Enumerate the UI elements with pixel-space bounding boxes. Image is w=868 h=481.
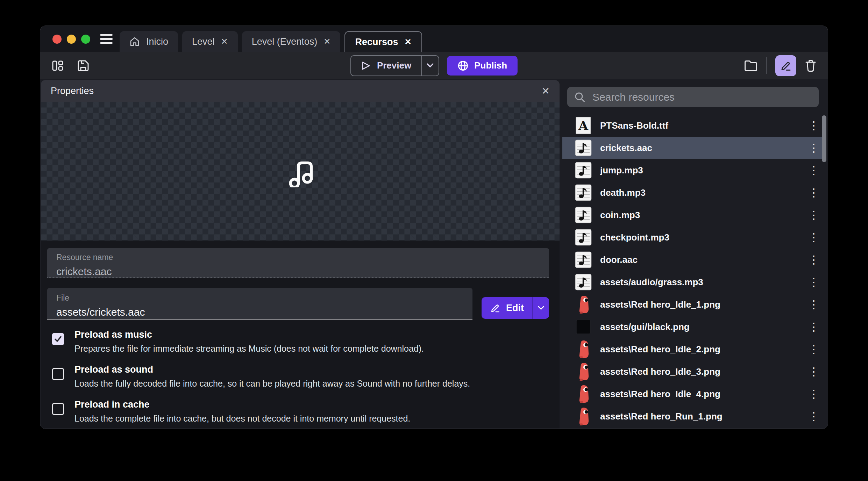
chevron-down-icon xyxy=(427,63,434,68)
option-description: Loads the fully decoded file into cache,… xyxy=(74,379,549,389)
option-title: Preload as music xyxy=(74,329,549,340)
kebab-menu-icon[interactable]: ⋮ xyxy=(808,141,816,155)
preview-button-label: Preview xyxy=(377,60,411,71)
tab-level[interactable]: Level ✕ xyxy=(182,31,238,52)
edit-mode-button[interactable] xyxy=(775,55,796,76)
audio-file-icon xyxy=(575,162,592,179)
resource-name: assets/gui/black.png xyxy=(600,322,800,332)
resource-row-crickets-aac[interactable]: crickets.aac ⋮ xyxy=(562,137,824,159)
kebab-menu-icon[interactable]: ⋮ xyxy=(808,164,816,177)
file-field[interactable]: File assets/crickets.aac xyxy=(47,288,472,320)
option-title: Preload as sound xyxy=(74,364,549,375)
audio-file-icon xyxy=(575,251,592,268)
globe-icon xyxy=(457,60,469,71)
search-box[interactable] xyxy=(567,87,819,107)
resource-row-assets-audio-grass-mp3[interactable]: assets/audio/grass.mp3 ⋮ xyxy=(562,271,824,293)
kebab-menu-icon[interactable]: ⋮ xyxy=(808,387,816,401)
kebab-menu-icon[interactable]: ⋮ xyxy=(808,231,816,244)
resource-name-value: crickets.aac xyxy=(56,266,540,278)
tab-close-icon[interactable]: ✕ xyxy=(323,37,330,46)
kebab-menu-icon[interactable]: ⋮ xyxy=(808,186,816,199)
properties-close-icon[interactable]: ✕ xyxy=(542,85,550,97)
option-preload-in-cache: Preload in cache Loads the complete file… xyxy=(52,398,549,424)
tab-label: Level (Eventos) xyxy=(252,36,318,47)
resource-row-assets-red-hero-idle-1-png[interactable]: assets\Red hero_Idle_1.png ⋮ xyxy=(562,293,824,316)
audio-file-icon xyxy=(575,206,592,224)
open-folder-button[interactable] xyxy=(744,60,758,72)
tab-close-icon[interactable]: ✕ xyxy=(404,38,411,46)
panels-layout-button[interactable] xyxy=(51,59,64,72)
hero-file-icon xyxy=(575,407,592,425)
audio-file-icon xyxy=(575,229,592,246)
resource-row-coin-mp3[interactable]: coin.mp3 ⋮ xyxy=(562,204,824,226)
resource-row-assets-red-hero-idle-2-png[interactable]: assets\Red hero_Idle_2.png ⋮ xyxy=(562,338,824,360)
preview-options-dropdown[interactable] xyxy=(422,56,439,76)
resource-row-assets-red-hero-idle-3-png[interactable]: assets\Red hero_Idle_3.png ⋮ xyxy=(562,360,824,383)
preload-options: Preload as music Prepares the file for i… xyxy=(47,328,549,424)
minimize-window-button[interactable] xyxy=(67,35,76,44)
resource-name: jump.mp3 xyxy=(600,165,800,176)
tab-level-eventos[interactable]: Level (Eventos) ✕ xyxy=(242,31,341,52)
window-controls xyxy=(40,26,90,52)
tab-recursos[interactable]: Recursos ✕ xyxy=(344,31,422,52)
properties-title: Properties xyxy=(51,86,94,96)
tab-label: Level xyxy=(192,36,215,47)
resource-name-field: Resource name crickets.aac xyxy=(47,248,549,278)
checkbox[interactable] xyxy=(52,333,64,345)
folder-icon xyxy=(744,60,758,72)
svg-text:A: A xyxy=(578,118,589,133)
kebab-menu-icon[interactable]: ⋮ xyxy=(808,298,816,311)
resource-row-death-mp3[interactable]: death.mp3 ⋮ xyxy=(562,181,824,204)
resource-row-ptsans-bold-ttf[interactable]: A PTSans-Bold.ttf ⋮ xyxy=(562,114,824,137)
kebab-menu-icon[interactable]: ⋮ xyxy=(808,253,816,266)
kebab-menu-icon[interactable]: ⋮ xyxy=(808,208,816,222)
delete-button[interactable] xyxy=(805,59,817,72)
option-description: Prepares the file for immediate streamin… xyxy=(74,344,549,354)
save-button[interactable] xyxy=(77,59,90,72)
resource-name-label: Resource name xyxy=(56,253,540,262)
search-input[interactable] xyxy=(592,91,812,103)
edit-options-dropdown[interactable] xyxy=(533,297,549,319)
audio-file-icon xyxy=(575,228,592,246)
black-file-icon xyxy=(575,318,592,336)
play-icon xyxy=(361,61,371,71)
kebab-menu-icon[interactable]: ⋮ xyxy=(808,275,816,289)
resource-row-door-aac[interactable]: door.aac ⋮ xyxy=(562,249,824,271)
toolbar-divider xyxy=(766,57,767,74)
properties-panel: Properties ✕ Resource name crickets.aac … xyxy=(41,80,560,429)
audio-file-icon xyxy=(575,251,592,269)
close-window-button[interactable] xyxy=(52,35,62,44)
zoom-window-button[interactable] xyxy=(81,35,90,44)
trash-icon xyxy=(805,59,817,72)
main-menu-icon[interactable] xyxy=(100,26,113,52)
audio-file-icon xyxy=(575,207,592,223)
home-icon xyxy=(129,36,140,47)
checkmark-icon xyxy=(54,335,62,343)
preview-button[interactable]: Preview xyxy=(350,55,439,76)
resource-row-jump-mp3[interactable]: jump.mp3 ⋮ xyxy=(562,159,824,181)
checkbox[interactable] xyxy=(52,368,64,380)
option-preload-as-music: Preload as music Prepares the file for i… xyxy=(52,328,549,354)
checkbox[interactable] xyxy=(52,403,64,415)
font-file-icon: A xyxy=(575,116,592,135)
kebab-menu-icon[interactable]: ⋮ xyxy=(808,119,816,132)
kebab-menu-icon[interactable]: ⋮ xyxy=(808,410,816,423)
resource-row-assets-gui-black-png[interactable]: assets/gui/black.png ⋮ xyxy=(562,316,824,338)
kebab-menu-icon[interactable]: ⋮ xyxy=(808,365,816,378)
edit-button-label: Edit xyxy=(506,303,524,314)
kebab-menu-icon[interactable]: ⋮ xyxy=(808,320,816,333)
resource-row-checkpoint-mp3[interactable]: checkpoint.mp3 ⋮ xyxy=(562,226,824,249)
edit-file-button[interactable]: Edit xyxy=(482,297,549,319)
publish-button[interactable]: Publish xyxy=(447,56,518,76)
resource-row-assets-red-hero-idle-4-png[interactable]: assets\Red hero_Idle_4.png ⋮ xyxy=(562,383,824,405)
tab-close-icon[interactable]: ✕ xyxy=(221,37,228,46)
kebab-menu-icon[interactable]: ⋮ xyxy=(808,343,816,356)
resource-row-assets-red-hero-run-1-png[interactable]: assets\Red hero_Run_1.png ⋮ xyxy=(562,405,824,428)
red-hero-icon xyxy=(577,340,590,359)
scrollbar-thumb[interactable] xyxy=(822,115,826,162)
toolbar: Preview Publish xyxy=(40,52,828,79)
resource-name: assets/audio/grass.mp3 xyxy=(600,277,800,288)
tab-inicio[interactable]: Inicio xyxy=(120,31,178,52)
resource-name: assets\Red hero_Run_1.png xyxy=(600,411,800,422)
hero-file-icon xyxy=(575,385,592,403)
